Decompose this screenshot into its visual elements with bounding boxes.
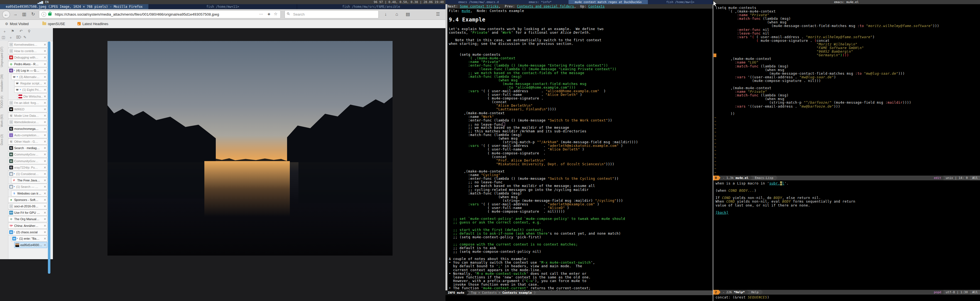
search-input[interactable]: ⚲ Search: [285, 10, 379, 18]
close-tab-icon[interactable]: ✕: [44, 54, 46, 60]
close-tab-icon[interactable]: ✕: [44, 139, 46, 144]
close-tab-icon[interactable]: ✕: [44, 42, 46, 47]
close-tab-icon[interactable]: ✕: [44, 74, 46, 80]
close-tab-icon[interactable]: ✕: [44, 145, 46, 151]
sidebar-tab[interactable]: GMode Line Data…✕: [8, 113, 47, 119]
mu4e-buffer[interactable]: (setq mu4e-contexts `( ,(make-mu4e-conte…: [716, 6, 980, 116]
close-tab-icon[interactable]: ✕: [44, 113, 46, 118]
close-tab-icon[interactable]: ✕: [44, 100, 46, 106]
close-tab-icon[interactable]: ✕: [44, 87, 46, 93]
sidebar-tab[interactable]: ≡How to contrib…✕: [8, 48, 47, 54]
close-tab-icon[interactable]: ✕: [44, 48, 46, 54]
sidebar-tab[interactable]: ≡Kernelnewbies…✕: [8, 42, 47, 48]
shield-icon[interactable]: ◈: [267, 12, 270, 16]
sidebar-tab[interactable]: ◎Pedro Alves - R…✕: [8, 61, 47, 67]
close-tab-icon[interactable]: ✕: [44, 223, 46, 229]
sidebar-tab[interactable]: ≡libimobiledevice…✕: [8, 119, 47, 125]
window-tab-1[interactable]: fish /home/mw<11>: [148, 4, 297, 9]
tab-group-label[interactable]: Ungrouped (37): [0, 42, 8, 72]
sidebar-toggle-icon[interactable]: ◫: [2, 35, 5, 39]
window-tab-2[interactable]: fish /home/mw/src/FAME/ansible: [297, 4, 446, 9]
sidebar-tab[interactable]: mCommunityGov…✕: [8, 158, 47, 164]
sidebar-tab[interactable]: W▾(1) Eight Pri…✕: [14, 86, 47, 93]
right-bar-tab-0[interactable]: emacs /home/mw/.emacs.d: [445, 0, 512, 4]
trash-icon[interactable]: ⌦: [16, 35, 21, 39]
info-scrollbar[interactable]: [445, 4, 447, 290]
close-tab-icon[interactable]: ✕: [44, 229, 46, 235]
page-info-icon[interactable]: i: [41, 12, 46, 17]
info-buffer[interactable]: File: mu4e, Node: Contexts example 9.4 E…: [449, 9, 711, 294]
downloads-icon[interactable]: ↓: [382, 11, 389, 18]
bookmark-opensuse[interactable]: openSUSE: [42, 20, 65, 28]
close-tab-icon[interactable]: ✕: [44, 152, 46, 157]
sidebar-tab[interactable]: Gmonochromega…✕: [8, 126, 47, 132]
sidebar-tab[interactable]: Die Wirtscha…✕: [17, 93, 47, 99]
close-tab-icon[interactable]: ✕: [44, 132, 46, 138]
sidebar-tab[interactable]: ♣Sponsors - Soft…✕: [8, 197, 47, 203]
plus-icon[interactable]: ＋: [3, 29, 6, 34]
close-tab-icon[interactable]: ✕: [44, 126, 46, 131]
sidebar-tab[interactable]: m▾(1) ente: "Ba…✕: [11, 235, 47, 242]
sidebar-tab[interactable]: ⊙The Org Manual…✕: [8, 216, 47, 222]
sidebar-tab[interactable]: ▥▾(1) Search — …✕: [8, 184, 47, 190]
close-tab-icon[interactable]: ✕: [44, 203, 46, 209]
tab-group-label[interactable]: Docs (3): [0, 131, 8, 149]
twisty-icon[interactable]: ▾: [14, 229, 15, 235]
sunset-photo[interactable]: [107, 41, 393, 256]
sidebar-tab[interactable]: ▥▾(1) Considerat…✕: [8, 171, 47, 177]
close-tab-icon[interactable]: ✕: [44, 236, 46, 241]
sidebar-tab[interactable]: ≡I'm an idiot: forg…✕: [8, 100, 47, 106]
close-tab-icon[interactable]: ✕: [44, 216, 46, 222]
back-button[interactable]: ←: [2, 11, 10, 18]
sidebar-tab[interactable]: WDebugging with…✕: [8, 54, 47, 61]
close-tab-icon[interactable]: ✕: [44, 171, 46, 177]
close-tab-icon[interactable]: ✕: [44, 242, 46, 248]
sidebar-tab[interactable]: Gxray7224/p: Pu…✕: [8, 165, 47, 171]
close-tab-icon[interactable]: ✕: [44, 184, 46, 189]
close-tab-icon[interactable]: ✕: [44, 94, 46, 99]
close-tab-icon[interactable]: ✕: [44, 178, 46, 183]
sidebar-tab[interactable]: FThe Free Java…✕: [11, 177, 47, 183]
sidebar-tab[interactable]: ≡soci-el-2016-09…✕: [8, 203, 47, 209]
sidebar-tab[interactable]: WRegular script…✕: [14, 80, 47, 86]
twisty-icon[interactable]: ▾: [20, 87, 21, 93]
hamburger-menu-icon[interactable]: ☰: [434, 11, 442, 18]
close-tab-icon[interactable]: ✕: [44, 80, 46, 86]
plus-icon[interactable]: ＋: [9, 35, 13, 40]
pin-icon[interactable]: ⚑: [11, 29, 14, 33]
reload-button[interactable]: ↻: [30, 11, 37, 18]
library-books-icon[interactable]: ▤: [404, 11, 412, 18]
bookmark-most-visited[interactable]: ⚙Most Visited: [5, 20, 29, 28]
sidebar-tab[interactable]: GOther Hash - G…✕: [8, 139, 47, 145]
forward-button[interactable]: →: [12, 11, 19, 18]
close-tab-icon[interactable]: ✕: [44, 119, 46, 125]
close-tab-icon[interactable]: ✕: [44, 197, 46, 203]
close-tab-icon[interactable]: ✕: [44, 68, 46, 73]
close-tab-icon[interactable]: ✕: [44, 106, 46, 112]
undo-icon[interactable]: ↶: [19, 29, 22, 33]
sidebar-tab[interactable]: m▾(2) chaos.social✕: [8, 229, 47, 235]
sidebar-tab[interactable]: GSearch · mediag…✕: [8, 145, 47, 151]
window-tab-0[interactable]: ea95d1e493057508.jpeg (JPEG Image, 1024 …: [0, 4, 149, 9]
twisty-icon[interactable]: ▾: [14, 68, 15, 73]
help-buffer[interactable]: when is a Lisp macro in 'subr.el'. (when…: [716, 182, 980, 215]
right-bar-tab-1[interactable]: emacs: *info*: [512, 0, 569, 4]
close-tab-icon[interactable]: ✕: [44, 210, 46, 215]
twisty-icon[interactable]: ▾: [17, 236, 18, 241]
sidebar-tab[interactable]: TPChina: Annäher…✕: [8, 223, 47, 229]
sidebar-tab[interactable]: F#Use F# for GPU …✕: [8, 210, 47, 216]
sidebar-scrollbar[interactable]: [48, 42, 50, 274]
edit-icon[interactable]: ✎: [23, 35, 27, 39]
search-icon[interactable]: ⚲: [28, 29, 30, 33]
sidebar-tab[interactable]: ●Auto-completion…✕: [8, 132, 47, 138]
close-tab-icon[interactable]: ✕: [44, 61, 46, 67]
twisty-icon[interactable]: ▾: [17, 74, 18, 80]
bookmark-star-icon[interactable]: ☆: [274, 11, 278, 16]
twisty-icon[interactable]: ▾: [14, 184, 15, 189]
twisty-icon[interactable]: ▾: [14, 171, 15, 177]
sidebar-tab[interactable]: G▾(4) Log in — G…✕: [8, 67, 47, 74]
close-tab-icon[interactable]: ✕: [44, 158, 46, 164]
right-bar-tab-2[interactable]: mu4e context match regex at DuckDuckGo: [568, 0, 648, 4]
tab-group-label[interactable]: TODO (4): [0, 93, 8, 110]
url-text[interactable]: https://chaos.social/system/media_attach…: [55, 11, 261, 18]
